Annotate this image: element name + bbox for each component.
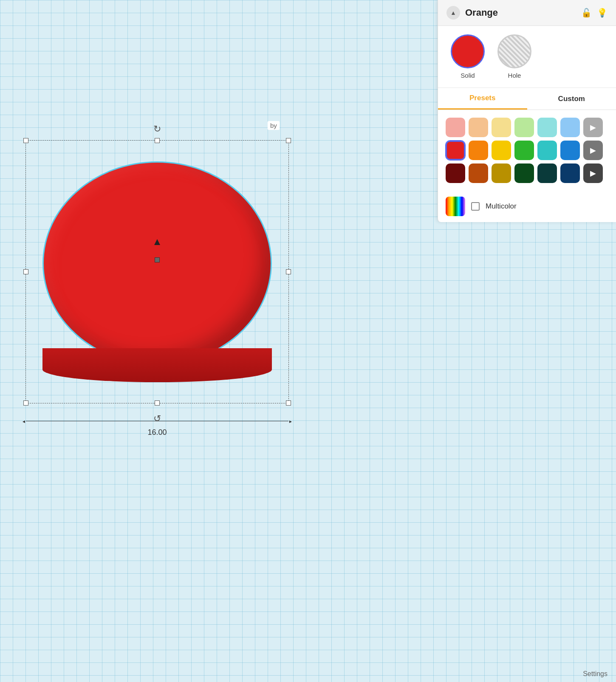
handle-bm[interactable]: [155, 400, 160, 406]
handle-tr[interactable]: [286, 138, 291, 143]
handle-br[interactable]: [286, 400, 291, 406]
dim-arrow-left: [22, 417, 26, 425]
right-panel: ▲ Orange 🔓 💡 Solid Hole Presets Custom ▶: [438, 0, 616, 222]
by-label: by: [268, 121, 280, 130]
color-dark-blue[interactable]: [560, 163, 580, 183]
dim-line: [26, 421, 288, 421]
hole-icon: [497, 34, 531, 68]
color-light-green[interactable]: [514, 118, 534, 137]
rotate-handle-top[interactable]: ↻: [153, 124, 161, 135]
multicolor-label: Multicolor: [486, 202, 517, 211]
color-more-3[interactable]: ▶: [583, 163, 603, 183]
color-grid-section: ▶ ▶ ▶: [438, 110, 616, 191]
dim-arrow-right: [288, 417, 293, 425]
color-blue[interactable]: [560, 141, 580, 160]
handle-bl[interactable]: [23, 400, 28, 406]
hole-label: Hole: [508, 72, 521, 79]
handle-mr[interactable]: [286, 269, 291, 274]
dimension-line: 16.00: [22, 417, 293, 437]
color-dark-green[interactable]: [514, 163, 534, 183]
hole-option[interactable]: Hole: [497, 34, 531, 79]
color-red[interactable]: [446, 141, 465, 160]
collapse-button[interactable]: ▲: [446, 6, 460, 20]
color-light-salmon[interactable]: [446, 118, 465, 137]
panel-header: ▲ Orange 🔓 💡: [438, 0, 616, 26]
cylinder-top: [42, 161, 272, 365]
color-orange[interactable]: [469, 141, 488, 160]
center-square: [155, 257, 160, 262]
settings-label[interactable]: Settings: [583, 670, 608, 678]
lock-icon[interactable]: 🔓: [581, 8, 592, 18]
tabs-section: Presets Custom: [438, 88, 616, 110]
color-dark-orange[interactable]: [469, 163, 488, 183]
panel-title: Orange: [465, 7, 576, 18]
color-light-blue[interactable]: [560, 118, 580, 137]
selection-box: ↻ ↺ 16.00: [25, 140, 289, 403]
color-more-2[interactable]: ▶: [583, 141, 603, 160]
handle-ml[interactable]: [23, 269, 28, 274]
tab-custom[interactable]: Custom: [527, 88, 616, 110]
cylinder-body: [42, 348, 272, 382]
solid-hole-section: Solid Hole: [438, 26, 616, 88]
dimension-value: 16.00: [147, 428, 167, 437]
color-dark-teal[interactable]: [537, 163, 557, 183]
color-light-cyan[interactable]: [537, 118, 557, 137]
color-green[interactable]: [514, 141, 534, 160]
color-light-yellow[interactable]: [492, 118, 511, 137]
multicolor-row: Multicolor: [438, 191, 616, 222]
color-light-orange[interactable]: [469, 118, 488, 137]
color-more-1[interactable]: ▶: [583, 118, 603, 137]
3d-shape[interactable]: [38, 161, 276, 382]
light-icon[interactable]: 💡: [597, 8, 608, 18]
color-dark-red[interactable]: [446, 163, 465, 183]
tab-presets[interactable]: Presets: [438, 88, 527, 110]
handle-tm[interactable]: [155, 138, 160, 143]
color-row-1: ▶: [446, 118, 608, 137]
handle-tl[interactable]: [23, 138, 28, 143]
color-row-3: ▶: [446, 163, 608, 183]
center-dot: [154, 239, 160, 245]
color-yellow[interactable]: [492, 141, 511, 160]
color-teal[interactable]: [537, 141, 557, 160]
color-row-2: ▶: [446, 141, 608, 160]
solid-label: Solid: [461, 72, 475, 79]
solid-icon: [451, 34, 485, 68]
solid-option[interactable]: Solid: [451, 34, 485, 79]
multicolor-checkbox[interactable]: [471, 202, 480, 211]
color-dark-yellow[interactable]: [492, 163, 511, 183]
multicolor-strip: [446, 197, 465, 216]
